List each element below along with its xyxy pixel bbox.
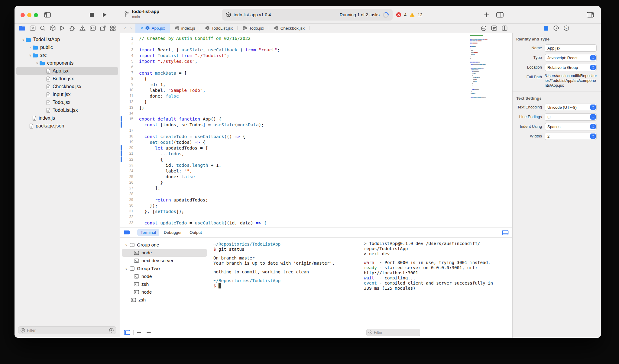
code-line[interactable]: 12 } xyxy=(120,99,512,105)
code-line[interactable]: 27 ]; xyxy=(120,185,512,191)
code-line[interactable]: 8 { xyxy=(120,76,512,82)
terminal-output-left[interactable]: ~/Repositories/TodoListApp$ git statusOn… xyxy=(209,238,361,327)
inspector-select[interactable]: Relative to Group▴▾ xyxy=(545,64,597,71)
code-line[interactable]: 5import "./styles.css"; xyxy=(120,58,512,64)
code-line[interactable]: 10 label: "Sample Todo", xyxy=(120,87,512,93)
code-line[interactable]: 9 id: 1, xyxy=(120,82,512,87)
minimize-window-button[interactable] xyxy=(27,13,31,17)
terminal-output-right[interactable]: > TodoListApp@0.1.0 dev /Users/austincon… xyxy=(361,238,512,327)
code-line[interactable]: 7const mockData = [ xyxy=(120,70,512,76)
tree-item-todolist-jsx[interactable]: TodoList.jsx xyxy=(15,106,120,114)
project-folder-icon[interactable] xyxy=(19,25,25,31)
back-icon[interactable]: ‹ xyxy=(124,25,126,31)
panel-right-icon[interactable] xyxy=(496,12,504,18)
terminal-session-node[interactable]: node xyxy=(120,288,209,296)
history-inspector-icon[interactable] xyxy=(553,25,559,31)
chevron-down-icon[interactable]: ∨ xyxy=(35,61,39,65)
code-line[interactable]: const [todos, setTodos] = useState(mockD… xyxy=(120,122,512,127)
tree-item-index-js[interactable]: index.js xyxy=(15,114,120,122)
tree-item-checkbox-jsx[interactable]: Checkbox.jsx xyxy=(15,83,120,91)
code-line[interactable]: 13]; xyxy=(120,105,512,110)
tab-app-jsx[interactable]: ✕App.jsx xyxy=(135,24,170,33)
drawer-tab-terminal[interactable]: Terminal xyxy=(137,229,159,236)
add-tab-icon[interactable] xyxy=(484,12,490,18)
chevron-down-icon[interactable]: ∨ xyxy=(124,267,128,271)
code-line[interactable]: 11 done: false xyxy=(120,93,512,99)
stepper-icon[interactable]: ▴▾ xyxy=(590,65,596,70)
tree-item-todolistapp[interactable]: ∨TodoListApp xyxy=(15,36,120,43)
close-window-button[interactable] xyxy=(21,13,25,17)
search-icon[interactable] xyxy=(40,25,46,31)
terminal-session-zsh[interactable]: zsh xyxy=(120,296,209,304)
panel-toggle-icon[interactable] xyxy=(587,12,594,18)
forward-icon[interactable]: › xyxy=(130,25,132,31)
code-line[interactable]: 19 setTodos((todos) => { xyxy=(120,139,512,145)
share-icon[interactable] xyxy=(100,25,106,31)
code-line[interactable]: 2 xyxy=(120,41,512,47)
grid-icon[interactable] xyxy=(110,25,116,31)
chevron-right-icon[interactable]: › xyxy=(28,46,32,49)
minimap[interactable] xyxy=(467,33,511,227)
stepper-icon[interactable]: ▴▾ xyxy=(590,105,596,110)
code-line[interactable]: 25 done: false xyxy=(120,174,512,179)
code-line[interactable]: 18 const createTodo = useCallback(() => … xyxy=(120,134,512,139)
drawer-tab-debugger[interactable]: Debugger xyxy=(160,229,185,236)
stepper-icon[interactable]: ▴▾ xyxy=(590,55,596,60)
code-line[interactable]: 33 const updateTodo = useCallback((id, d… xyxy=(120,220,512,226)
tree-item-todo-jsx[interactable]: Todo.jsx xyxy=(15,98,120,106)
minus-icon[interactable] xyxy=(146,330,151,335)
code-line[interactable]: 30 }); xyxy=(120,203,512,208)
tree-item-package-json[interactable]: package.json xyxy=(15,122,120,130)
extensions-icon[interactable] xyxy=(90,25,96,31)
inspector-text-input[interactable]: App.jsx xyxy=(545,44,597,52)
code-line[interactable]: 6 xyxy=(120,64,512,70)
chevron-down-icon[interactable]: ∨ xyxy=(28,53,32,57)
split-editor-icon[interactable] xyxy=(502,25,507,31)
terminal-filter-field[interactable]: Filter xyxy=(366,329,420,336)
tree-item-input-jsx[interactable]: Input.jsx xyxy=(15,91,120,98)
terminal-session-zsh[interactable]: zsh xyxy=(120,280,209,288)
chevron-down-icon[interactable]: ∨ xyxy=(21,38,25,42)
display-icon[interactable] xyxy=(502,230,509,235)
terminal-group-group-two[interactable]: ∨Group Two xyxy=(120,265,209,272)
close-tab-icon[interactable]: ✕ xyxy=(140,26,143,30)
stop-icon[interactable] xyxy=(89,12,94,17)
zoom-window-button[interactable] xyxy=(34,13,38,17)
inspector-select[interactable]: 2▴▾ xyxy=(545,133,597,140)
stepper-icon[interactable]: ▴▾ xyxy=(590,134,596,139)
code-line[interactable]: 28 xyxy=(120,191,512,197)
package-icon[interactable] xyxy=(50,25,56,31)
drawer-pill-icon[interactable] xyxy=(124,230,131,235)
file-inspector-icon[interactable] xyxy=(544,25,549,31)
swap-icon[interactable] xyxy=(491,25,497,31)
terminal-group-group-one[interactable]: ∨Group one xyxy=(120,241,209,249)
code-line[interactable]: 3import React, { useState, useCallback }… xyxy=(120,47,512,53)
code-line[interactable]: 21 ...todos, xyxy=(120,151,512,156)
code-line[interactable]: 4import TodoList from "./TodoList"; xyxy=(120,53,512,58)
help-inspector-icon[interactable]: ? xyxy=(564,25,569,31)
code-line[interactable]: 23 id: todos.length + 1, xyxy=(120,162,512,168)
issues-icon[interactable] xyxy=(79,25,86,31)
warnings-badge-icon[interactable] xyxy=(409,12,415,18)
tree-item-button-jsx[interactable]: Button.jsx xyxy=(15,75,120,83)
inspector-select[interactable]: Unicode (UTF-8)▴▾ xyxy=(545,104,597,111)
code-editor[interactable]: 1// Created by Austin Condiff on 02/16/2… xyxy=(120,33,512,227)
stepper-icon[interactable]: ▴▾ xyxy=(590,124,596,129)
status-bar[interactable]: todo-list-app v1.0.4 Running 1 of 2 task… xyxy=(222,9,393,21)
stepper-icon[interactable]: ▴▾ xyxy=(590,114,596,120)
code-line[interactable]: 14 xyxy=(120,110,512,116)
code-line[interactable]: 24 label: "", xyxy=(120,168,512,174)
tab-checkbox-jsx[interactable]: Checkbox.jsx xyxy=(269,24,310,33)
code-line[interactable]: 20 let updatedTodos = [ xyxy=(120,145,512,151)
drawer-tab-output[interactable]: Output xyxy=(186,229,205,236)
more-circle-icon[interactable] xyxy=(481,25,487,31)
code-line[interactable]: 32 xyxy=(120,214,512,220)
panel-left-icon[interactable] xyxy=(124,330,130,335)
code-line[interactable]: 29 return updatedTodos; xyxy=(120,197,512,203)
tree-item-src[interactable]: ∨src xyxy=(15,51,120,59)
errors-badge-icon[interactable] xyxy=(396,12,401,18)
code-line[interactable]: 15export default function App() { xyxy=(120,116,512,122)
code-line[interactable]: 22 { xyxy=(120,156,512,162)
inspector-select[interactable]: Javascript: React▴▾ xyxy=(545,54,597,61)
close-square-icon[interactable] xyxy=(30,25,36,31)
